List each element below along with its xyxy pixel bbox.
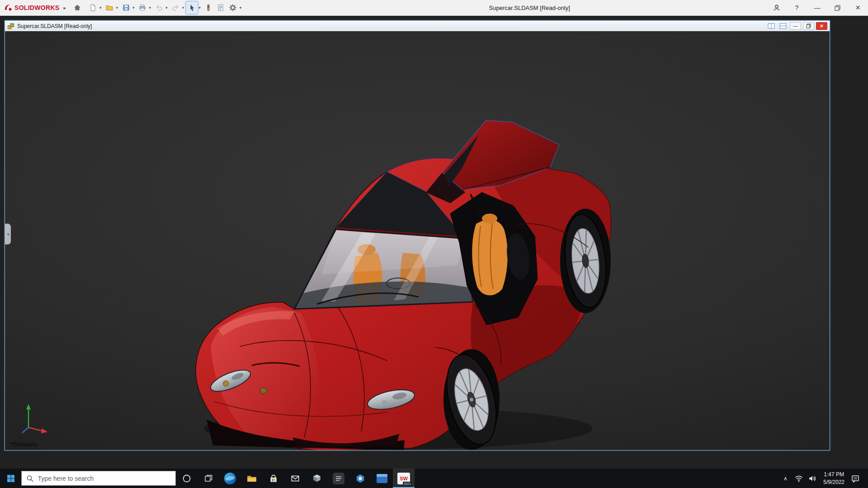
orientation-triad[interactable]	[18, 400, 51, 436]
open-dropdown[interactable]: ▾	[116, 5, 120, 10]
rebuild-button[interactable]	[203, 1, 215, 14]
document-window-controls: — ✕	[766, 22, 827, 30]
cortana-icon	[182, 474, 192, 483]
save-icon	[122, 4, 130, 12]
speaker-icon	[808, 474, 817, 483]
select-tool-button[interactable]	[186, 1, 198, 14]
taskbar-app-dark-button[interactable]	[328, 469, 349, 488]
taskbar-edge-button[interactable]	[219, 469, 241, 488]
graphics-viewport[interactable]: ◂ *Dimetric	[5, 31, 830, 450]
document-title: Supercar.SLDASM [Read-only]	[17, 23, 92, 29]
solidworks-logo-icon	[4, 4, 13, 12]
solidworks-2021-icon: SW 2021	[397, 473, 410, 484]
split-view-vertical-button[interactable]	[766, 23, 776, 30]
taskbar-mail-button[interactable]	[284, 469, 306, 488]
taskbar-store-button[interactable]	[263, 469, 284, 488]
action-center-icon	[851, 474, 860, 483]
print-dropdown[interactable]: ▾	[149, 5, 153, 10]
undo-dropdown[interactable]: ▾	[165, 5, 170, 10]
dark-app-icon	[333, 473, 344, 484]
search-input[interactable]	[38, 475, 171, 482]
doc-close-button[interactable]: ✕	[816, 22, 827, 30]
taskbar-clock[interactable]: 1:47 PM 5/9/2022	[820, 471, 848, 485]
view-orientation-label: *Dimetric	[11, 441, 38, 448]
taskbar-app-window-button[interactable]	[371, 469, 393, 488]
select-tool-dropdown[interactable]: ▾	[198, 5, 203, 10]
home-button[interactable]	[71, 1, 84, 14]
start-button[interactable]	[0, 469, 21, 488]
windows-logo-icon	[6, 474, 15, 483]
new-document-dropdown[interactable]: ▾	[99, 5, 104, 10]
undo-button[interactable]	[153, 1, 165, 14]
task-view-button[interactable]	[198, 469, 219, 488]
car-model[interactable]	[5, 31, 830, 450]
rebuild-stoplight-icon	[204, 4, 212, 12]
taskbar-cad-hexagon-button[interactable]	[349, 469, 371, 488]
solidworks-brand-text: SOLIDWORKS	[14, 4, 59, 11]
window-app-icon	[377, 474, 387, 483]
account-button[interactable]	[766, 0, 787, 16]
select-cursor-icon	[188, 4, 196, 12]
open-folder-icon	[105, 4, 113, 12]
app-titlebar: SOLIDWORKS ▸ ▾ ▾ ▾ ▾	[0, 0, 868, 16]
new-document-button[interactable]	[87, 1, 99, 14]
file-properties-button[interactable]	[215, 1, 227, 14]
wifi-icon	[794, 474, 803, 483]
app-close-button[interactable]: ✕	[848, 0, 868, 16]
split-view-horizontal-button[interactable]	[778, 23, 788, 30]
restore-icon	[834, 5, 841, 11]
open-button[interactable]	[104, 1, 116, 14]
file-properties-icon	[217, 4, 225, 12]
assembly-file-icon	[7, 23, 14, 30]
taskbar-3d-viewer-button[interactable]	[306, 469, 328, 488]
mail-icon	[290, 474, 300, 483]
options-button[interactable]	[227, 1, 239, 14]
app-restore-button[interactable]	[827, 0, 848, 16]
doc-restore-button[interactable]	[803, 22, 814, 30]
file-explorer-icon	[246, 474, 257, 483]
solidworks-version-badge: 2021	[403, 482, 411, 486]
cortana-button[interactable]	[176, 469, 198, 488]
save-dropdown[interactable]: ▾	[132, 5, 137, 10]
taskbar-file-explorer-button[interactable]	[241, 469, 263, 488]
clock-time: 1:47 PM	[823, 471, 844, 478]
print-icon	[138, 4, 146, 12]
split-vertical-icon	[768, 23, 775, 29]
tray-expand-button[interactable]: ∧	[779, 472, 791, 485]
network-button[interactable]	[793, 472, 805, 485]
system-tray: ∧ 1:47 PM 5/9/2022	[779, 469, 868, 488]
search-icon	[26, 474, 34, 483]
undo-icon	[155, 4, 163, 12]
mdi-client-area: Supercar.SLDASM [Read-only] — ✕	[0, 16, 868, 469]
new-document-icon	[89, 4, 97, 12]
document-titlebar[interactable]: Supercar.SLDASM [Read-only] — ✕	[5, 21, 830, 31]
volume-button[interactable]	[807, 472, 818, 485]
app-window-controls: ? — ✕	[766, 0, 868, 16]
home-icon	[73, 4, 81, 12]
app-title: Supercar.SLDASM [Read-only]	[489, 5, 570, 11]
save-button[interactable]	[120, 1, 132, 14]
document-window: Supercar.SLDASM [Read-only] — ✕	[5, 20, 830, 450]
task-view-icon	[204, 474, 213, 483]
solidworks-app: SOLIDWORKS ▸ ▾ ▾ ▾ ▾	[0, 0, 868, 488]
taskbar-search[interactable]	[21, 471, 176, 486]
options-dropdown[interactable]: ▾	[239, 5, 244, 10]
split-horizontal-icon	[779, 23, 787, 29]
doc-minimize-button[interactable]: —	[790, 22, 801, 30]
print-button[interactable]	[137, 1, 149, 14]
featuremanager-collapse-handle[interactable]: ◂	[5, 224, 11, 244]
redo-button[interactable]	[170, 1, 182, 14]
app-minimize-button[interactable]: —	[807, 0, 827, 16]
cube-icon	[312, 474, 322, 483]
edge-icon	[224, 473, 236, 484]
redo-icon	[171, 4, 179, 12]
clock-date: 5/9/2022	[823, 479, 844, 486]
solidworks-menu-button[interactable]: SOLIDWORKS	[4, 4, 59, 12]
redo-dropdown[interactable]: ▾	[182, 5, 186, 10]
action-center-button[interactable]	[849, 472, 861, 485]
gear-icon	[229, 4, 237, 12]
help-button[interactable]: ?	[787, 0, 807, 16]
windows-taskbar: SW 2021 ∧ 1:47 PM 5/9/2022	[0, 469, 868, 488]
taskbar-solidworks-button[interactable]: SW 2021	[393, 469, 415, 488]
menu-flyout-arrow[interactable]: ▸	[63, 5, 66, 11]
